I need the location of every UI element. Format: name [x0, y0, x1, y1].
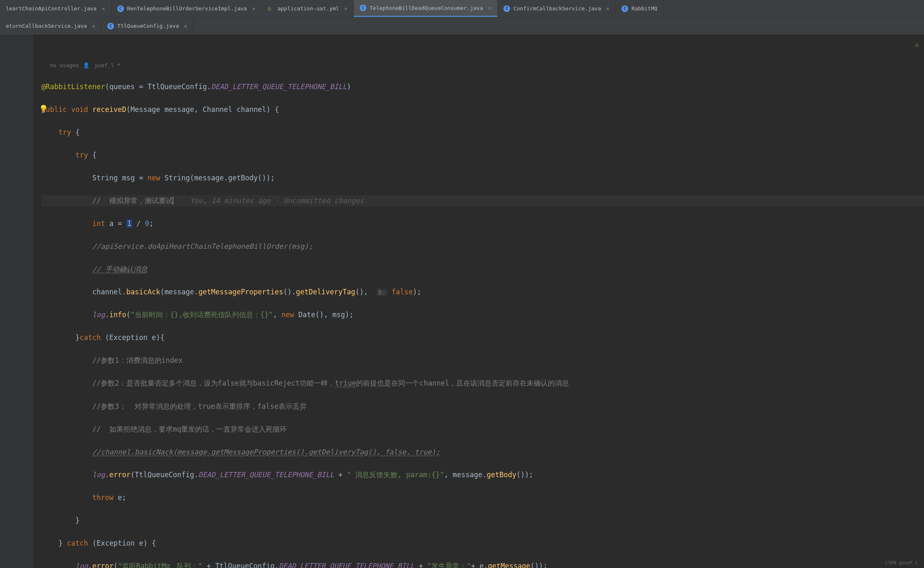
tab-rentelephone[interactable]: C RenTelephoneBillOrderServiceImpl.java … — [111, 0, 262, 17]
tab-confirmcallback[interactable]: C ConfirmCallbackService.java × — [498, 0, 616, 17]
tab-application-uat[interactable]: application-uat.yml × — [262, 0, 354, 17]
tab-label: ConfirmCallbackService.java — [513, 5, 601, 12]
usages-label: no usages — [50, 61, 79, 70]
java-class-icon: C — [622, 5, 628, 12]
close-icon[interactable]: × — [102, 5, 105, 12]
current-line: // 模拟异常，测试重试 You, 14 minutes ago · Uncom… — [41, 195, 924, 207]
editor-area: 💡 ⚠ no usages👤 yuef_l * @RabbitListener(… — [0, 35, 924, 568]
java-class-icon: C — [107, 23, 114, 29]
usages-author-meta: no usages👤 yuef_l * — [41, 61, 924, 70]
tab-ttlqueueconfig[interactable]: C TtlQueueConfig.java × — [102, 17, 194, 34]
tabs-row-1: leartChainApiController.java × C RenTele… — [0, 0, 924, 17]
tab-label: RenTelephoneBillOrderServiceImpl.java — [127, 5, 247, 12]
tab-label: eturnCallbackService.java — [6, 23, 87, 29]
close-icon[interactable]: × — [252, 5, 255, 12]
tab-label: RabbitMQ — [631, 5, 658, 12]
tabs-row-2: eturnCallbackService.java × C TtlQueueCo… — [0, 17, 924, 35]
java-class-icon: C — [117, 5, 124, 12]
java-class-icon: C — [503, 5, 510, 12]
close-icon[interactable]: × — [488, 5, 491, 11]
inlay-hint: b: — [377, 289, 387, 296]
tab-telephonebilldead[interactable]: C TelephoneBillDeadQueueConsumer.java × — [354, 0, 498, 17]
gutter[interactable] — [0, 35, 33, 568]
java-class-icon: C — [360, 5, 366, 11]
tab-label: leartChainApiController.java — [6, 5, 97, 12]
close-icon[interactable]: × — [606, 5, 609, 12]
watermark: CSDN @yueF_L — [885, 560, 918, 566]
code-editor[interactable]: ⚠ no usages👤 yuef_l * @RabbitListener(qu… — [33, 35, 924, 568]
close-icon[interactable]: × — [344, 5, 347, 12]
warning-icon[interactable]: ⚠ — [915, 39, 919, 50]
close-icon[interactable]: × — [92, 23, 95, 29]
tab-rabbitmq[interactable]: C RabbitMQ — [616, 0, 664, 17]
tab-label: application-uat.yml — [278, 5, 339, 12]
tab-returncallback[interactable]: eturnCallbackService.java × — [0, 17, 102, 34]
yml-icon — [268, 5, 274, 12]
tab-label: TtlQueueConfig.java — [117, 23, 179, 29]
author-label: 👤 yuef_l * — [83, 61, 120, 70]
tab-heartchain[interactable]: leartChainApiController.java × — [0, 0, 111, 17]
git-blame-inline: You, 14 minutes ago · Uncommitted change… — [190, 197, 364, 205]
close-icon[interactable]: × — [184, 23, 187, 29]
tab-label: TelephoneBillDeadQueueConsumer.java — [370, 5, 483, 11]
